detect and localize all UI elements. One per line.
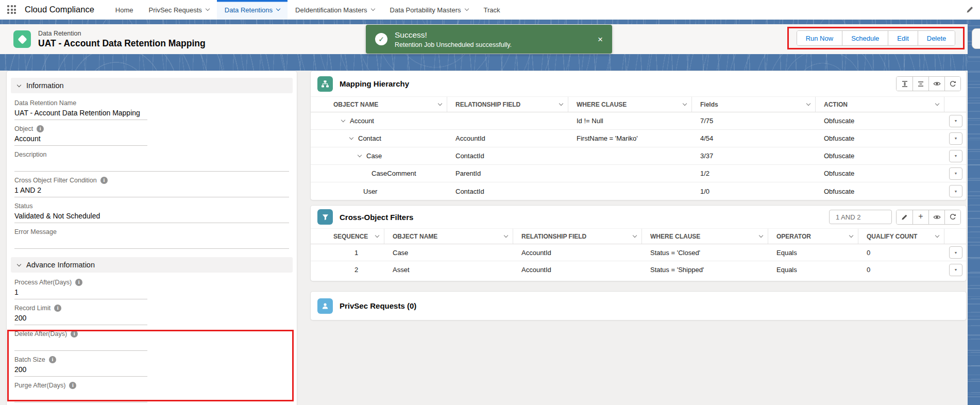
header-wave-band	[0, 54, 968, 71]
chevron-down-icon	[759, 233, 763, 237]
row-actions-dropdown[interactable]: ▼	[949, 115, 962, 127]
info-icon[interactable]: i	[49, 356, 56, 363]
toast-close-icon[interactable]: ×	[598, 35, 603, 44]
app-name: Cloud Compliance	[25, 5, 94, 20]
toast-message: Retention Job Unscheduled successfully.	[395, 41, 593, 48]
advance-information-fields: Process After(Days)i 1 Record Limiti 200…	[14, 273, 289, 405]
field-delete-after-days: Delete After(Days)i	[14, 329, 147, 355]
cross-object-filters-header: Cross-Object Filters 1 AND 2 +	[311, 206, 966, 228]
field-data-retention-name: Data Retention Name UAT - Account Data R…	[14, 98, 147, 124]
tab-deidentification-masters[interactable]: DeIdentification Masters	[288, 0, 382, 20]
info-icon[interactable]: i	[75, 279, 82, 286]
privsec-requests-header: PrivSec Requests (0)	[311, 292, 966, 320]
preview-eye-icon[interactable]	[928, 210, 944, 224]
run-now-button[interactable]: Run Now	[797, 31, 842, 45]
add-plus-icon[interactable]: +	[913, 210, 928, 224]
mapping-hierarchy-header: Mapping Hierarchy	[311, 71, 966, 96]
chevron-down-icon	[504, 233, 508, 237]
column-header-fields[interactable]: Fields	[692, 97, 816, 112]
info-icon[interactable]: i	[100, 177, 108, 184]
row-actions-dropdown[interactable]: ▼	[949, 150, 962, 162]
refresh-icon[interactable]	[944, 210, 960, 224]
chevron-down-icon[interactable]	[206, 7, 210, 11]
field-cross-object-filter-condition: Cross Object Filter Conditioni 1 AND 2	[14, 175, 289, 201]
row-actions-dropdown[interactable]: ▼	[949, 185, 962, 197]
delete-button[interactable]: Delete	[918, 31, 955, 45]
chevron-down-icon	[935, 233, 939, 237]
row-actions-dropdown[interactable]: ▼	[949, 167, 962, 180]
row-actions-dropdown[interactable]: ▼	[949, 132, 962, 145]
diamond-glyph	[18, 35, 27, 44]
card-title: Mapping Hierarchy	[340, 79, 409, 88]
tab-data-portability-masters[interactable]: Data Portability Masters	[382, 0, 476, 20]
success-check-icon: ✓	[375, 33, 387, 45]
field-object: Objecti Account	[14, 124, 147, 149]
chevron-down-icon	[438, 101, 442, 105]
column-header-qualify-count[interactable]: QUALIFY COUNT	[858, 229, 944, 244]
table-row-filter-1: 1 Case AccountId Status = 'Closed' Equal…	[311, 244, 966, 261]
edit-nav-pencil-icon[interactable]	[966, 6, 974, 15]
schedule-button[interactable]: Schedule	[842, 31, 888, 45]
privsec-person-icon	[317, 298, 333, 314]
table-row-account: Account Id != Null 7/75 Obfuscate ▼	[311, 112, 966, 130]
toast-title: Success!	[395, 30, 593, 40]
app-launcher-icon[interactable]	[7, 5, 19, 14]
table-row-filter-2: 2 Asset AccountId Status = 'Shipped' Equ…	[311, 261, 966, 278]
card-title[interactable]: PrivSec Requests (0)	[340, 301, 416, 310]
tree-collapse-icon[interactable]	[358, 153, 362, 157]
preview-eye-icon[interactable]	[928, 77, 944, 91]
right-wave-strip	[968, 24, 980, 405]
refresh-icon[interactable]	[944, 77, 960, 91]
column-header-where-clause[interactable]: WHERE CLAUSE	[642, 229, 768, 244]
chevron-down-icon	[375, 233, 379, 237]
mapping-hierarchy-card: Mapping Hierarchy OBJECT NAME RELATIONSH…	[310, 71, 967, 200]
collapse-all-icon[interactable]	[913, 77, 928, 91]
info-icon[interactable]: i	[69, 382, 76, 389]
tree-collapse-icon[interactable]	[349, 135, 353, 139]
column-header-operator[interactable]: OPERATOR	[768, 229, 858, 244]
chevron-down-icon	[17, 83, 21, 87]
cross-object-filters-card: Cross-Object Filters 1 AND 2 + SEQUENCE …	[310, 205, 967, 281]
edit-button[interactable]: Edit	[888, 31, 917, 45]
info-icon[interactable]: i	[71, 330, 78, 338]
chevron-down-icon[interactable]	[464, 7, 468, 11]
field-process-after-days: Process After(Days)i 1	[14, 277, 147, 303]
data-retention-record-icon	[13, 30, 31, 48]
record-action-buttons: Run Now Schedule Edit Delete	[797, 30, 956, 46]
tab-home[interactable]: Home	[108, 0, 141, 20]
field-description: Description	[14, 149, 289, 175]
section-information[interactable]: Information	[11, 78, 293, 93]
table-row-casecomment: CaseComment ParentId 1/2 Obfuscate ▼	[311, 165, 966, 182]
expand-all-icon[interactable]	[897, 77, 913, 91]
tab-track[interactable]: Track	[476, 0, 508, 20]
edge-panel-button[interactable]	[972, 28, 980, 49]
column-header-action[interactable]: ACTION	[816, 97, 944, 112]
mapping-hierarchy-column-headers: OBJECT NAME RELATIONSHIP FIELD WHERE CLA…	[311, 96, 966, 112]
field-status: Status Validated & Not Scheduled	[14, 201, 289, 227]
hierarchy-toolbar	[896, 76, 961, 91]
edit-pencil-icon[interactable]	[897, 210, 913, 224]
column-header-row-actions	[944, 97, 967, 112]
info-icon[interactable]: i	[37, 125, 44, 132]
column-header-object-name[interactable]: OBJECT NAME	[311, 97, 447, 112]
column-header-relationship-field[interactable]: RELATIONSHIP FIELD	[513, 229, 642, 244]
field-batch-size: Batch Sizei 200	[14, 355, 147, 380]
column-header-sequence[interactable]: SEQUENCE	[311, 229, 384, 244]
tab-privsec-requests[interactable]: PrivSec Requests	[141, 0, 217, 20]
row-actions-dropdown[interactable]: ▼	[949, 264, 962, 276]
column-header-relationship-field[interactable]: RELATIONSHIP FIELD	[447, 97, 568, 112]
chevron-down-icon[interactable]	[370, 7, 375, 11]
column-header-object-name[interactable]: OBJECT NAME	[384, 229, 513, 244]
card-title: Cross-Object Filters	[340, 213, 413, 222]
tab-data-retentions[interactable]: Data Retentions	[217, 0, 288, 20]
table-row-user: User ContactId 1/0 Obfuscate ▼	[311, 182, 966, 200]
chevron-down-icon[interactable]	[276, 7, 280, 11]
info-icon[interactable]: i	[54, 305, 61, 312]
column-header-where-clause[interactable]: WHERE CLAUSE	[568, 97, 692, 112]
tree-collapse-icon[interactable]	[341, 117, 345, 122]
annotation-box-actions: Run Now Schedule Edit Delete	[787, 27, 965, 49]
section-advance-information[interactable]: Advance Information	[11, 257, 293, 273]
row-actions-dropdown[interactable]: ▼	[949, 246, 962, 259]
column-header-row-actions	[944, 229, 967, 244]
record-meta: Data Retention UAT - Account Data Retent…	[38, 30, 206, 49]
